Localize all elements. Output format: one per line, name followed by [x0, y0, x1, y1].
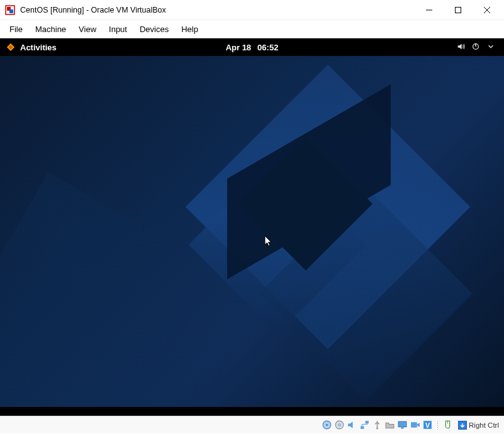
recording-icon[interactable] [410, 420, 420, 430]
shared-folder-icon[interactable] [384, 420, 395, 430]
gnome-top-panel: Activities Apr 18 06:52 [0, 38, 504, 56]
clock-button[interactable]: Apr 18 06:52 [226, 43, 279, 52]
svg-rect-2 [9, 9, 13, 13]
hard-disk-icon[interactable] [322, 420, 332, 430]
host-key-label: Right Ctrl [469, 421, 499, 429]
virtualbox-menubar: File Machine View Input Devices Help [0, 20, 504, 38]
activities-button[interactable]: Activities [6, 43, 57, 52]
power-icon [471, 42, 480, 53]
close-button[interactable] [473, 1, 501, 19]
virtualbox-statusbar: V Right Ctrl [0, 416, 504, 433]
usb-icon[interactable] [372, 420, 383, 430]
menu-devices[interactable]: Devices [134, 22, 174, 36]
volume-icon [456, 42, 465, 53]
panel-time: 06:52 [257, 43, 278, 52]
system-menu[interactable] [456, 42, 504, 53]
mouse-integration-icon[interactable] [442, 420, 453, 430]
menu-help[interactable]: Help [176, 22, 204, 36]
menu-input[interactable]: Input [103, 22, 133, 36]
guest-display[interactable]: Activities Apr 18 06:52 [0, 38, 504, 416]
chevron-down-icon [486, 42, 495, 53]
maximize-button[interactable] [444, 1, 473, 19]
menu-file[interactable]: File [4, 22, 28, 36]
svg-rect-19 [401, 428, 403, 429]
network-icon[interactable] [359, 420, 370, 430]
optical-disk-icon[interactable] [334, 420, 345, 430]
virtualbox-app-icon [5, 5, 15, 15]
menu-machine[interactable]: Machine [30, 22, 72, 36]
window-controls [415, 1, 501, 19]
virtualization-icon[interactable]: V [422, 420, 433, 430]
window-title: CentOS [Running] - Oracle VM VirtualBox [20, 6, 415, 14]
panel-date: Apr 18 [226, 43, 251, 52]
statusbar-separator [437, 421, 439, 430]
audio-icon[interactable] [347, 420, 357, 430]
display-icon[interactable] [397, 420, 408, 430]
activities-label: Activities [20, 43, 57, 52]
gnome-desktop[interactable] [0, 56, 504, 407]
svg-rect-18 [398, 421, 406, 427]
svg-rect-15 [361, 426, 364, 429]
svg-rect-4 [456, 7, 461, 13]
host-key-indicator[interactable]: Right Ctrl [456, 421, 501, 430]
svg-point-14 [339, 424, 340, 426]
svg-rect-16 [366, 421, 369, 423]
svg-point-17 [376, 427, 378, 429]
host-key-arrow-icon [458, 421, 467, 430]
activities-icon [6, 43, 15, 52]
svg-text:V: V [425, 421, 430, 429]
window-titlebar: CentOS [Running] - Oracle VM VirtualBox [0, 0, 504, 20]
svg-point-12 [326, 424, 328, 426]
svg-rect-20 [411, 422, 417, 428]
menu-view[interactable]: View [73, 22, 102, 36]
mouse-cursor-icon [264, 235, 274, 250]
minimize-button[interactable] [415, 1, 444, 19]
guest-black-border [0, 407, 504, 416]
